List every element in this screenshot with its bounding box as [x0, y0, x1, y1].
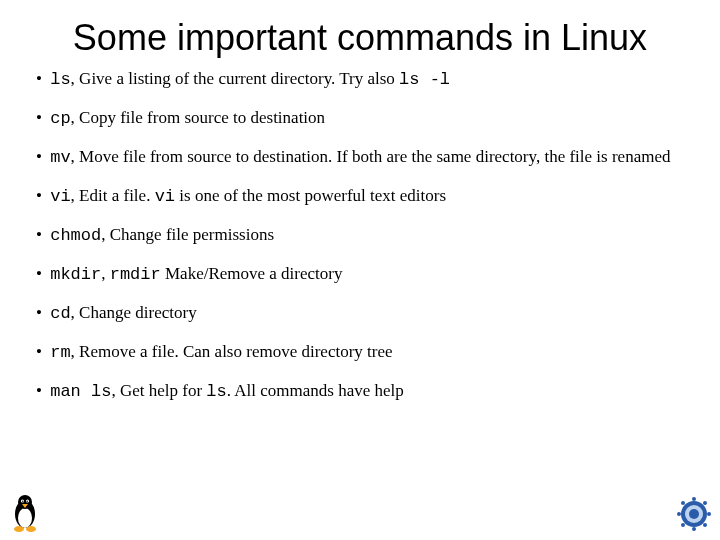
command-code: cd	[50, 304, 70, 323]
list-item: • cd, Change directory	[36, 302, 684, 325]
bullet: •	[36, 303, 42, 322]
command-code: cp	[50, 109, 70, 128]
list-item: • cp, Copy file from source to destinati…	[36, 107, 684, 130]
svg-point-11	[692, 527, 696, 531]
svg-point-14	[681, 501, 685, 505]
command-code: chmod	[50, 226, 101, 245]
svg-point-15	[703, 501, 707, 505]
svg-point-7	[14, 526, 24, 532]
bullet: •	[36, 69, 42, 88]
svg-point-19	[689, 509, 699, 519]
description-text: , Remove a file. Can also remove directo…	[71, 342, 393, 361]
list-item: • mv, Move file from source to destinati…	[36, 146, 684, 169]
bullet: •	[36, 264, 42, 283]
inline-code: ls	[206, 382, 226, 401]
list-item: • chmod, Change file permissions	[36, 224, 684, 247]
list-item: • rm, Remove a file. Can also remove dir…	[36, 341, 684, 364]
bullet: •	[36, 342, 42, 361]
svg-point-16	[681, 523, 685, 527]
command-code: vi	[50, 187, 70, 206]
description-text: , Change directory	[71, 303, 197, 322]
command-code: rm	[50, 343, 70, 362]
slide-title: Some important commands in Linux	[36, 18, 684, 58]
join-text: ,	[101, 264, 110, 283]
svg-point-10	[692, 497, 696, 501]
command-code: mv	[50, 148, 70, 167]
bullet: •	[36, 381, 42, 400]
description-text: Make/Remove a directory	[161, 264, 343, 283]
command-code: rmdir	[110, 265, 161, 284]
svg-point-17	[703, 523, 707, 527]
description-text: , Copy file from source to destination	[71, 108, 325, 127]
slide: Some important commands in Linux • ls, G…	[0, 0, 720, 403]
bullet: •	[36, 225, 42, 244]
tux-icon	[8, 492, 42, 532]
svg-point-1	[18, 508, 32, 528]
description-text: is one of the most powerful text editors	[175, 186, 446, 205]
description-text: , Move file from source to destination. …	[71, 147, 671, 166]
svg-point-6	[27, 501, 28, 502]
bullet: •	[36, 147, 42, 166]
command-code: mkdir	[50, 265, 101, 284]
description-text: . All commands have help	[227, 381, 404, 400]
description-text: , Edit a file.	[71, 186, 155, 205]
command-list: • ls, Give a listing of the current dire…	[36, 68, 684, 404]
svg-point-12	[677, 512, 681, 516]
inline-code: vi	[155, 187, 175, 206]
svg-point-13	[707, 512, 711, 516]
list-item: • ls, Give a listing of the current dire…	[36, 68, 684, 91]
bullet: •	[36, 186, 42, 205]
command-code: ls	[50, 70, 70, 89]
bullet: •	[36, 108, 42, 127]
list-item: • mkdir, rmdir Make/Remove a directory	[36, 263, 684, 286]
list-item: • vi, Edit a file. vi is one of the most…	[36, 185, 684, 208]
command-code: man ls	[50, 382, 111, 401]
description-text: , Give a listing of the current director…	[71, 69, 399, 88]
inline-code: ls -l	[399, 70, 450, 89]
description-text: , Get help for	[111, 381, 206, 400]
svg-point-5	[22, 501, 23, 502]
svg-point-8	[26, 526, 36, 532]
description-text: , Change file permissions	[101, 225, 274, 244]
seal-icon	[676, 496, 712, 532]
list-item: • man ls, Get help for ls. All commands …	[36, 380, 684, 403]
